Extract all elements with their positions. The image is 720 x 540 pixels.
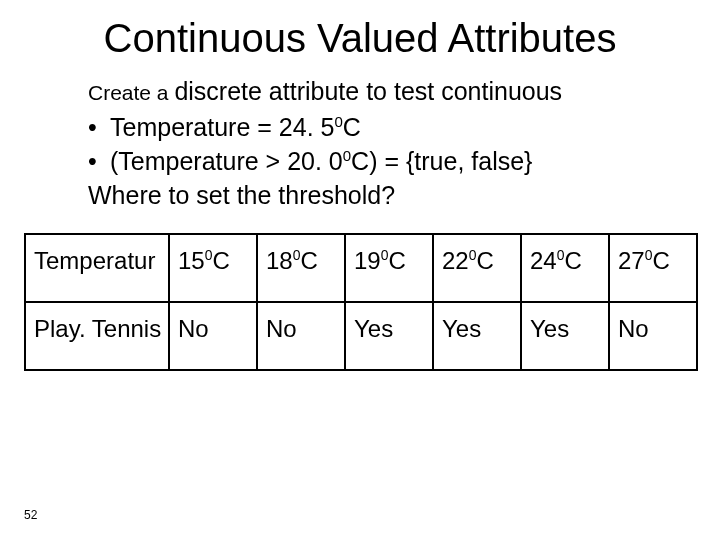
row2-c2: No <box>257 302 345 370</box>
bullet-1-deg: 0 <box>334 113 342 130</box>
table-row: Play. Tennis No No Yes Yes Yes No <box>25 302 697 370</box>
slide: Continuous Valued Attributes Create a di… <box>0 0 720 540</box>
r1c1-n: 15 <box>178 247 205 274</box>
where-line: Where to set the threshold? <box>88 179 650 211</box>
slide-title: Continuous Valued Attributes <box>0 0 720 61</box>
row1-label: Temperatur <box>25 234 169 302</box>
table-row: Temperatur 150C 180C 190C 220C 240C 270C <box>25 234 697 302</box>
bullet-2-suf: C) = {true, false} <box>351 147 532 175</box>
bullet-1-suf: C <box>343 113 361 141</box>
r1c1-u: C <box>212 247 229 274</box>
row2-c4: Yes <box>433 302 521 370</box>
r1c4-u: C <box>476 247 493 274</box>
slide-body: Create a discrete attribute to test cont… <box>0 61 720 211</box>
row1-c4: 220C <box>433 234 521 302</box>
lead-line: Create a discrete attribute to test cont… <box>88 75 650 107</box>
bullet-2-deg: 0 <box>343 147 351 164</box>
r1c5-n: 24 <box>530 247 557 274</box>
r1c2-n: 18 <box>266 247 293 274</box>
r1c4-n: 22 <box>442 247 469 274</box>
row2-c1: No <box>169 302 257 370</box>
r1c6-n: 27 <box>618 247 645 274</box>
row2-c5: Yes <box>521 302 609 370</box>
row1-c1: 150C <box>169 234 257 302</box>
bullet-2-pre: (Temperature > 20. 0 <box>110 147 343 175</box>
row2-label: Play. Tennis <box>25 302 169 370</box>
data-table: Temperatur 150C 180C 190C 220C 240C 270C… <box>24 233 698 371</box>
r1c3-n: 19 <box>354 247 381 274</box>
bullet-list: Temperature = 24. 50C (Temperature > 20.… <box>88 111 650 177</box>
bullet-2: (Temperature > 20. 00C) = {true, false} <box>88 145 650 177</box>
table-wrap: Temperatur 150C 180C 190C 220C 240C 270C… <box>24 233 696 371</box>
lead-rest: discrete attribute to test continuous <box>174 77 562 105</box>
r1c5-u: C <box>564 247 581 274</box>
bullet-1-pre: Temperature = 24. 5 <box>110 113 334 141</box>
r1c6-u: C <box>652 247 669 274</box>
row1-c3: 190C <box>345 234 433 302</box>
lead-prefix: Create a <box>88 81 174 104</box>
bullet-1: Temperature = 24. 50C <box>88 111 650 143</box>
r1c3-u: C <box>388 247 405 274</box>
r1c2-u: C <box>300 247 317 274</box>
row2-c3: Yes <box>345 302 433 370</box>
row1-c2: 180C <box>257 234 345 302</box>
row1-c5: 240C <box>521 234 609 302</box>
row1-c6: 270C <box>609 234 697 302</box>
page-number: 52 <box>24 508 37 522</box>
row2-c6: No <box>609 302 697 370</box>
